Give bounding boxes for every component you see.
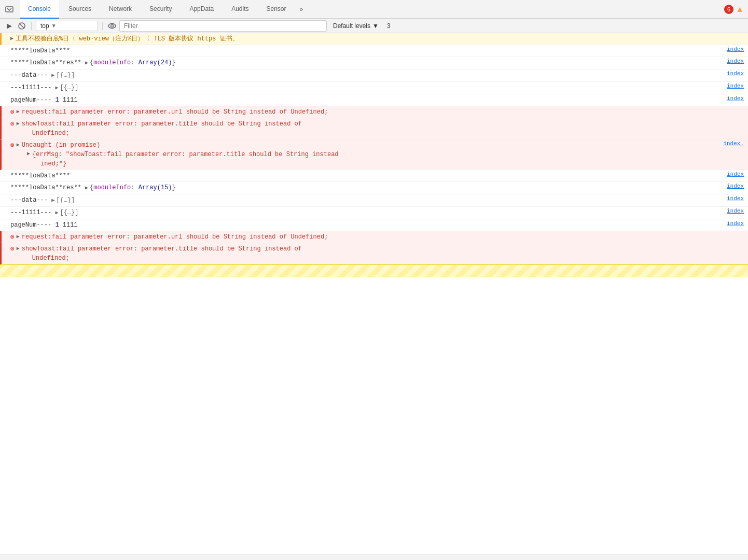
console-row: ---11111--- ▶[{…}] index — [0, 207, 748, 219]
source-link[interactable]: index — [723, 195, 744, 202]
expand-icon[interactable]: ▶ — [55, 210, 58, 216]
eye-icon — [107, 21, 117, 31]
console-row: *****loaData**** index — [0, 170, 748, 182]
error-icon: ⊗ — [10, 108, 15, 116]
console-log-text: ---11111--- ▶[{…}] — [10, 208, 723, 218]
expand-arrow-icon[interactable]: ▶ — [17, 108, 20, 115]
error-count-badge: 6 — [724, 5, 733, 14]
expand-arrow-icon[interactable]: ▶ — [17, 233, 20, 240]
console-log-text: pageNum---- 1 1111 — [10, 95, 723, 105]
block-icon — [18, 22, 26, 30]
tab-sensor[interactable]: Sensor — [258, 0, 295, 19]
horizontal-scrollbar[interactable] — [0, 554, 748, 560]
source-link[interactable]: index — [723, 58, 744, 64]
source-link[interactable]: index — [723, 46, 744, 52]
console-row: ---data--- ▶[{…}] index — [0, 194, 748, 207]
tab-bar-left — [4, 4, 15, 15]
console-error-text: showToast:fail parameter error: paramete… — [22, 244, 744, 263]
source-link[interactable]: index — [723, 95, 744, 102]
console-log-text: *****loaData**** — [10, 171, 723, 180]
error-icon: ⊗ — [10, 120, 15, 128]
console-error-text: request:fail parameter error: parameter.… — [22, 232, 744, 242]
console-row: *****loaData**** index — [0, 45, 748, 57]
levels-arrow: ▼ — [372, 22, 379, 30]
console-log-text: *****loaData**** — [10, 46, 723, 55]
console-log-text: pageNum---- 1 1111 — [10, 220, 723, 230]
expand-icon[interactable]: ▶ — [85, 60, 88, 66]
console-log-text: ---11111--- ▶[{…}] — [10, 83, 723, 93]
toolbar-separator-1 — [31, 22, 32, 30]
console-error-row: ⊗ ▶ request:fail parameter error: parame… — [0, 231, 748, 243]
source-link[interactable]: index — [723, 83, 744, 89]
context-selector[interactable]: top ▼ — [36, 21, 98, 31]
expand-arrow-icon[interactable]: ▶ — [17, 142, 20, 148]
eye-icon-button[interactable] — [107, 21, 117, 31]
tab-network[interactable]: Network — [101, 0, 140, 19]
console-log-text: *****loaData**res** ▶{moduleInfo: Array(… — [10, 58, 723, 68]
expand-arrow-icon[interactable]: ▶ — [17, 245, 20, 251]
console-row: ---11111--- ▶[{…}] index — [0, 82, 748, 94]
run-icon: ▶ — [7, 22, 12, 30]
console-error-row: ⊗ ▶ request:fail parameter error: parame… — [0, 106, 748, 118]
svg-point-4 — [111, 24, 114, 27]
expand-icon[interactable]: ▶ — [55, 85, 58, 91]
source-link[interactable]: index — [723, 71, 744, 77]
context-value: top — [40, 22, 49, 30]
tab-console[interactable]: Console — [20, 0, 59, 19]
tab-badge-area: 6 ▲ — [724, 5, 744, 14]
tab-sources[interactable]: Sources — [60, 0, 100, 19]
tab-security[interactable]: Security — [141, 0, 180, 19]
tab-audits[interactable]: Audits — [223, 0, 257, 19]
source-link[interactable]: index — [723, 220, 744, 227]
clear-console-button[interactable] — [17, 21, 27, 31]
console-error-text: showToast:fail parameter error: paramete… — [22, 119, 744, 138]
error-icon: ⊗ — [10, 233, 15, 241]
console-log-text: ---data--- ▶[{…}] — [10, 71, 723, 80]
svg-rect-0 — [6, 7, 13, 12]
expand-icon[interactable]: ▶ — [85, 185, 88, 191]
svg-line-2 — [20, 23, 24, 28]
console-row: ▶ 工具不校验白底%日〈 web·view（注力%日）〈 TLS 版本协议 ht… — [0, 33, 748, 45]
source-link[interactable]: index. — [719, 141, 744, 147]
devtools-logo-icon[interactable] — [4, 4, 15, 15]
page-counter: 3 — [387, 22, 391, 30]
warning-badge-icon: ▲ — [736, 5, 744, 14]
expand-icon[interactable]: ▶ — [51, 73, 54, 78]
console-log-text: *****loaData**res** ▶{moduleInfo: Array(… — [10, 183, 723, 193]
console-sub-text: {errMsg: "showToast:fail parameter error… — [32, 150, 744, 169]
expand-icon[interactable]: ▶ — [51, 198, 54, 203]
run-script-button[interactable]: ▶ — [4, 21, 15, 31]
levels-label: Default levels — [333, 22, 370, 30]
console-content[interactable]: ▶ 工具不校验白底%日〈 web·view（注力%日）〈 TLS 版本协议 ht… — [0, 33, 748, 554]
warning-stripe-bar — [0, 264, 748, 277]
error-icon: ⊗ — [10, 245, 15, 253]
console-error-row: ⊗ ▶ showToast:fail parameter error: para… — [0, 243, 748, 264]
filter-input-container — [119, 20, 327, 32]
console-row: *****loaData**res** ▶{moduleInfo: Array(… — [0, 57, 748, 69]
console-row: ---data--- ▶[{…}] index — [0, 69, 748, 82]
expand-arrow-icon[interactable]: ▶ — [17, 120, 20, 127]
console-toolbar: ▶ top ▼ Default levels ▼ 3 — [0, 19, 748, 33]
filter-input[interactable] — [122, 21, 324, 31]
console-row: pageNum---- 1 1111 index — [0, 219, 748, 231]
console-row: pageNum---- 1 1111 index — [0, 94, 748, 106]
context-dropdown-arrow: ▼ — [51, 23, 57, 29]
toolbar-separator-2 — [102, 22, 103, 30]
tab-more-button[interactable]: » — [296, 3, 308, 16]
console-log-text: ---data--- ▶[{…}] — [10, 195, 723, 205]
levels-dropdown-button[interactable]: Default levels ▼ — [329, 21, 383, 31]
console-error-text: request:fail parameter error: parameter.… — [22, 107, 744, 117]
source-link[interactable]: index — [723, 208, 744, 214]
source-link[interactable]: index — [723, 171, 744, 177]
source-link[interactable]: index — [723, 183, 744, 189]
console-error-text: Uncaught (in promise) — [22, 141, 719, 150]
console-error-row: ⊗ ▶ Uncaught (in promise) index. ▶ {errM… — [0, 139, 748, 170]
expand-arrow-icon[interactable]: ▶ — [10, 35, 13, 41]
sub-expand-icon[interactable]: ▶ — [27, 150, 30, 169]
error-icon: ⊗ — [10, 141, 15, 149]
devtools-window: Console Sources Network Security AppData… — [0, 0, 748, 560]
tab-appdata[interactable]: AppData — [181, 0, 222, 19]
console-error-row: ⊗ ▶ showToast:fail parameter error: para… — [0, 118, 748, 139]
tab-bar: Console Sources Network Security AppData… — [0, 0, 748, 19]
console-row: *****loaData**res** ▶{moduleInfo: Array(… — [0, 182, 748, 194]
